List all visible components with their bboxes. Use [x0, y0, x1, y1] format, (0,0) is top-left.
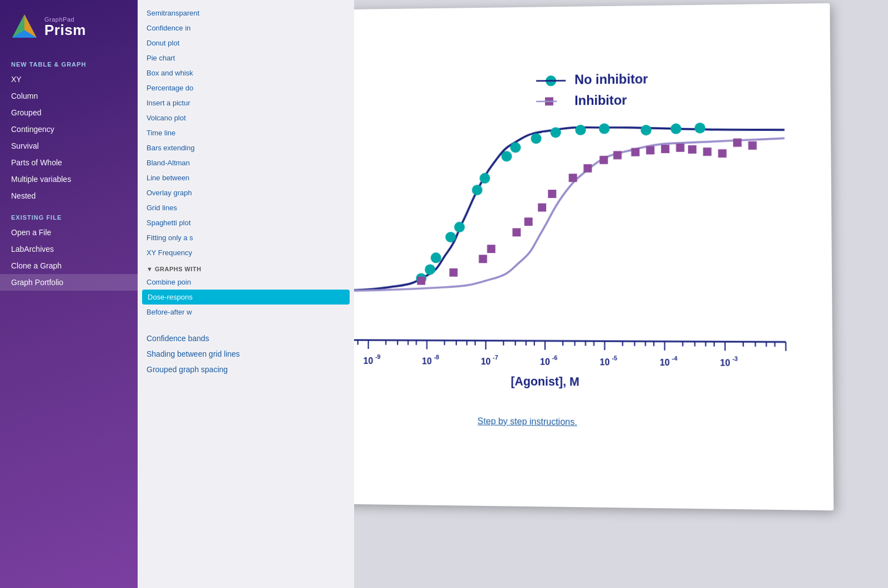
bottom-item-shading[interactable]: Shading between grid lines [138, 346, 354, 362]
middle-item-semitransparent[interactable]: Semitransparent [138, 6, 354, 21]
svg-rect-88 [479, 255, 487, 263]
sidebar-item-graph-portfolio[interactable]: Graph Portfolio [0, 274, 138, 291]
middle-item-spaghetti-plot[interactable]: Spaghetti plot [138, 215, 354, 230]
sidebar-item-contingency[interactable]: Contingency [0, 121, 138, 138]
graphs-with-label: ▼ GRAPHS WITH [138, 260, 354, 275]
middle-item-line-between[interactable]: Line between [138, 170, 354, 185]
svg-point-81 [575, 125, 586, 135]
svg-rect-95 [583, 164, 592, 173]
svg-rect-89 [487, 245, 496, 253]
middle-item-grid-lines[interactable]: Grid lines [138, 200, 354, 215]
middle-item-insert-picture[interactable]: Insert a pictur [138, 95, 354, 110]
svg-rect-99 [646, 146, 654, 154]
svg-rect-106 [748, 141, 756, 150]
logo-text: GraphPad Prism [44, 17, 86, 37]
svg-text:-7: -7 [493, 354, 498, 361]
svg-point-84 [670, 123, 682, 134]
sidebar-item-grouped[interactable]: Grouped [0, 104, 138, 121]
logo-prism: Prism [44, 23, 86, 37]
svg-rect-105 [733, 139, 741, 147]
svg-point-78 [510, 142, 521, 153]
middle-item-fitting-only[interactable]: Fitting only a s [138, 230, 354, 245]
svg-text:10: 10 [660, 357, 670, 367]
bottom-item-confidence-bands[interactable]: Confidence bands [138, 331, 354, 346]
sidebar: GraphPad Prism NEW TABLE & GRAPH XY Colu… [0, 0, 138, 588]
middle-item-volcano-plot[interactable]: Volcano plot [138, 110, 354, 125]
middle-item-bland-altman[interactable]: Bland-Altman [138, 155, 354, 170]
svg-text:10: 10 [600, 357, 610, 367]
svg-text:Inhibitor: Inhibitor [574, 93, 627, 108]
svg-rect-93 [548, 190, 556, 198]
svg-point-74 [454, 222, 465, 232]
svg-rect-94 [569, 174, 577, 182]
svg-text:-9: -9 [375, 353, 381, 360]
svg-text:-4: -4 [672, 355, 678, 362]
middle-item-dose-response[interactable]: Dose-respons [142, 290, 350, 305]
svg-text:[Agonist], M: [Agonist], M [511, 374, 579, 388]
svg-text:10: 10 [422, 356, 432, 366]
bottom-item-grouped-spacing[interactable]: Grouped graph spacing [138, 362, 354, 377]
middle-item-before-after[interactable]: Before-after w [138, 305, 354, 320]
logo-icon [11, 13, 38, 40]
svg-text:10: 10 [364, 356, 374, 365]
svg-point-79 [531, 133, 541, 144]
new-table-label: NEW TABLE & GRAPH [0, 51, 138, 71]
svg-rect-103 [703, 148, 712, 156]
existing-file-label: EXISTING FILE [0, 204, 138, 224]
svg-rect-101 [676, 144, 684, 152]
svg-text:10: 10 [481, 357, 491, 366]
svg-rect-97 [613, 151, 622, 159]
middle-item-pie-chart[interactable]: Pie chart [138, 50, 354, 65]
svg-rect-90 [512, 228, 521, 236]
svg-text:10: 10 [540, 357, 550, 366]
sidebar-item-nested[interactable]: Nested [0, 187, 138, 204]
svg-point-73 [445, 232, 456, 242]
svg-point-75 [472, 185, 482, 195]
svg-rect-104 [718, 149, 726, 158]
svg-point-72 [431, 252, 441, 263]
sidebar-item-xy[interactable]: XY [0, 71, 138, 88]
svg-text:-5: -5 [612, 354, 617, 361]
svg-text:-3: -3 [733, 355, 738, 362]
svg-point-82 [599, 123, 609, 134]
svg-rect-86 [417, 277, 426, 285]
sidebar-item-parts-of-whole[interactable]: Parts of Whole [0, 154, 138, 171]
middle-panel: Semitransparent Confidence in Donut plot… [138, 0, 354, 588]
middle-item-confidence-in[interactable]: Confidence in [138, 21, 354, 36]
svg-point-85 [694, 123, 705, 133]
sidebar-item-column[interactable]: Column [0, 88, 138, 104]
svg-rect-87 [450, 268, 458, 277]
svg-rect-100 [661, 145, 669, 153]
svg-point-80 [551, 127, 561, 138]
svg-rect-98 [631, 148, 639, 156]
middle-item-bars-extending[interactable]: Bars extending [138, 140, 354, 155]
svg-rect-91 [524, 217, 533, 226]
svg-rect-92 [538, 204, 546, 212]
svg-point-83 [640, 125, 651, 135]
sidebar-item-clone-graph[interactable]: Clone a Graph [0, 257, 138, 274]
sidebar-item-survival[interactable]: Survival [0, 138, 138, 154]
svg-text:-6: -6 [552, 354, 558, 361]
logo-area: GraphPad Prism [0, 0, 138, 51]
middle-item-donut-plot[interactable]: Donut plot [138, 36, 354, 50]
middle-item-combine-poin[interactable]: Combine poin [138, 275, 354, 290]
svg-point-71 [425, 264, 435, 275]
middle-item-percentage-do[interactable]: Percentage do [138, 80, 354, 95]
sidebar-item-open-file[interactable]: Open a File [0, 224, 138, 241]
svg-text:-8: -8 [434, 354, 440, 361]
middle-item-xy-frequency[interactable]: XY Frequency [138, 245, 354, 260]
svg-rect-96 [599, 156, 608, 164]
svg-point-77 [501, 151, 512, 161]
svg-point-76 [480, 173, 490, 184]
middle-item-time-line[interactable]: Time line [138, 125, 354, 140]
sidebar-item-multiple-variables[interactable]: Multiple variables [0, 171, 138, 187]
sidebar-item-labarchives[interactable]: LabArchives [0, 241, 138, 257]
svg-text:No inhibitor: No inhibitor [574, 72, 648, 87]
middle-item-overlay-graph[interactable]: Overlay graph [138, 185, 354, 200]
svg-rect-102 [688, 145, 697, 154]
svg-text:10: 10 [720, 358, 730, 368]
middle-item-box-whisk[interactable]: Box and whisk [138, 65, 354, 80]
